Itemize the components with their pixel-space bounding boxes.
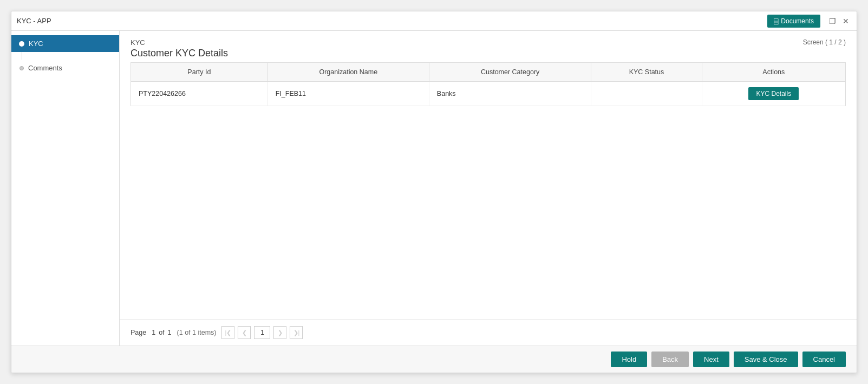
main-area: KYC Comments KYC Customer KYC Details Sc… [11,31,857,346]
save-close-button[interactable]: Save & Close [734,352,798,367]
sidebar-item-comments[interactable]: Comments [11,60,119,76]
content-subtitle: KYC [130,38,228,47]
title-bar-controls: ⌸ Documents ❐ ✕ [767,15,851,28]
sidebar-dot-comments [19,66,24,70]
content-panel: KYC Customer KYC Details Screen ( 1 / 2 … [120,31,857,346]
prev-page-button[interactable]: ❮ [238,326,251,339]
col-customer-category: Customer Category [429,63,591,82]
last-page-button[interactable]: ❯| [290,326,303,339]
first-page-button[interactable]: |❮ [221,326,234,339]
of-label: of [159,329,164,336]
content-header: KYC Customer KYC Details Screen ( 1 / 2 … [120,31,857,62]
close-button[interactable]: ✕ [840,16,851,27]
content-title-group: KYC Customer KYC Details [130,38,228,59]
content-main-title: Customer KYC Details [130,48,228,59]
total-pages: 1 [168,329,172,336]
col-actions: Actions [702,63,845,82]
hold-button[interactable]: Hold [611,352,647,367]
sidebar: KYC Comments [11,31,120,346]
documents-button[interactable]: ⌸ Documents [767,15,820,28]
page-input[interactable] [254,326,270,339]
cell-org-name: FI_FEB11 [267,82,429,106]
cell-kyc-status [591,82,702,106]
current-page: 1 [152,329,155,336]
table-row: PTY220426266 FI_FEB11 Banks KYC Details [131,82,846,106]
table-header-row: Party Id Organization Name Customer Cate… [131,63,846,82]
cell-party-id: PTY220426266 [131,82,268,106]
kyc-details-button[interactable]: KYC Details [748,87,799,100]
sidebar-dot-kyc [19,41,24,47]
page-label: Page [130,329,146,336]
col-org-name: Organization Name [267,63,429,82]
cancel-button[interactable]: Cancel [802,352,846,367]
title-bar: KYC - APP ⌸ Documents ❐ ✕ [11,11,857,31]
kyc-table: Party Id Organization Name Customer Cate… [130,62,846,106]
cell-customer-category: Banks [429,82,591,106]
back-button[interactable]: Back [651,352,689,367]
footer: Hold Back Next Save & Close Cancel [11,346,857,373]
col-kyc-status: KYC Status [591,63,702,82]
app-window: KYC - APP ⌸ Documents ❐ ✕ KYC Comments [11,11,857,373]
cell-actions: KYC Details [702,82,845,106]
sidebar-connector [22,52,22,60]
window-controls: ❐ ✕ [827,16,851,27]
table-area: Party Id Organization Name Customer Cate… [120,62,857,319]
next-button[interactable]: Next [693,352,729,367]
app-title: KYC - APP [17,17,51,25]
pagination-area: Page 1 of 1 (1 of 1 items) |❮ ❮ ❯ ❯| [120,319,857,346]
items-info: (1 of 1 items) [177,329,217,336]
next-page-button[interactable]: ❯ [273,326,286,339]
col-party-id: Party Id [131,63,268,82]
restore-button[interactable]: ❐ [827,16,838,27]
documents-icon: ⌸ [774,17,778,25]
sidebar-item-kyc[interactable]: KYC [11,35,119,52]
screen-indicator: Screen ( 1 / 2 ) [803,38,846,46]
